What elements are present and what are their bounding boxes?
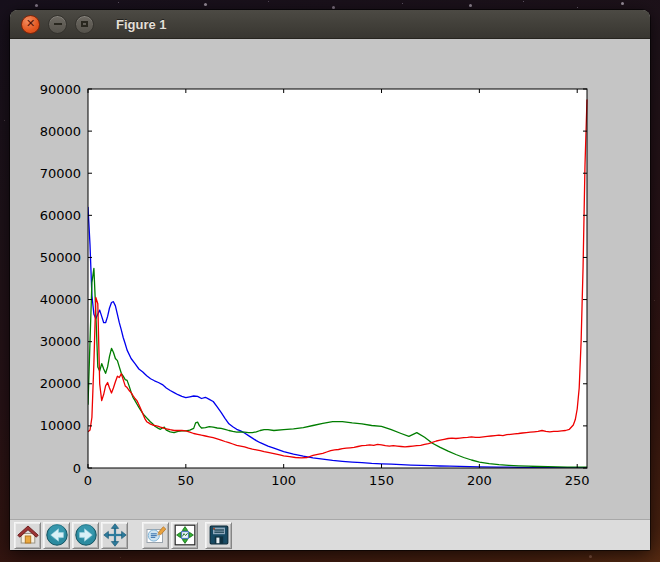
wallpaper-stars <box>0 0 1 1</box>
figure-window: ✕ Figure 1 05010015020025001000020000300… <box>10 10 650 550</box>
forward-button[interactable] <box>72 522 99 549</box>
zoom-rect-icon <box>144 523 168 547</box>
y-tick-label: 40000 <box>40 292 81 307</box>
home-icon <box>16 523 40 547</box>
x-tick-label: 50 <box>178 473 195 488</box>
save-icon <box>207 523 231 547</box>
forward-icon <box>74 523 98 547</box>
maximize-button[interactable] <box>75 15 94 34</box>
y-tick-label: 70000 <box>40 166 81 181</box>
x-tick-label: 0 <box>84 473 92 488</box>
minimize-button[interactable] <box>48 15 67 34</box>
titlebar[interactable]: ✕ Figure 1 <box>10 10 650 39</box>
window-title: Figure 1 <box>116 17 167 32</box>
maximize-icon <box>81 21 88 27</box>
home-button[interactable] <box>14 522 41 549</box>
save-button[interactable] <box>205 522 232 549</box>
y-tick-label: 50000 <box>40 250 81 265</box>
figure-canvas[interactable]: 0501001502002500100002000030000400005000… <box>10 39 650 519</box>
y-tick-label: 0 <box>73 461 81 476</box>
x-tick-label: 100 <box>271 473 296 488</box>
y-tick-label: 30000 <box>40 334 81 349</box>
subplots-button[interactable] <box>171 522 198 549</box>
x-tick-label: 250 <box>565 473 590 488</box>
y-tick-label: 80000 <box>40 124 81 139</box>
y-tick-label: 90000 <box>40 82 81 97</box>
y-tick-label: 60000 <box>40 208 81 223</box>
x-tick-label: 150 <box>369 473 394 488</box>
figure-canvas-svg[interactable]: 0501001502002500100002000030000400005000… <box>10 39 650 519</box>
matplotlib-toolbar <box>10 519 650 550</box>
back-icon <box>45 523 69 547</box>
close-button[interactable]: ✕ <box>21 15 40 34</box>
y-tick-label: 20000 <box>40 376 81 391</box>
axes-background <box>88 89 587 468</box>
zoom-button[interactable] <box>142 522 169 549</box>
x-tick-label: 200 <box>467 473 492 488</box>
close-icon: ✕ <box>26 18 35 29</box>
back-button[interactable] <box>43 522 70 549</box>
minimize-icon <box>54 23 62 25</box>
y-tick-label: 10000 <box>40 418 81 433</box>
pan-button[interactable] <box>101 522 128 549</box>
pan-icon <box>103 523 127 547</box>
configure-subplots-icon <box>173 523 197 547</box>
